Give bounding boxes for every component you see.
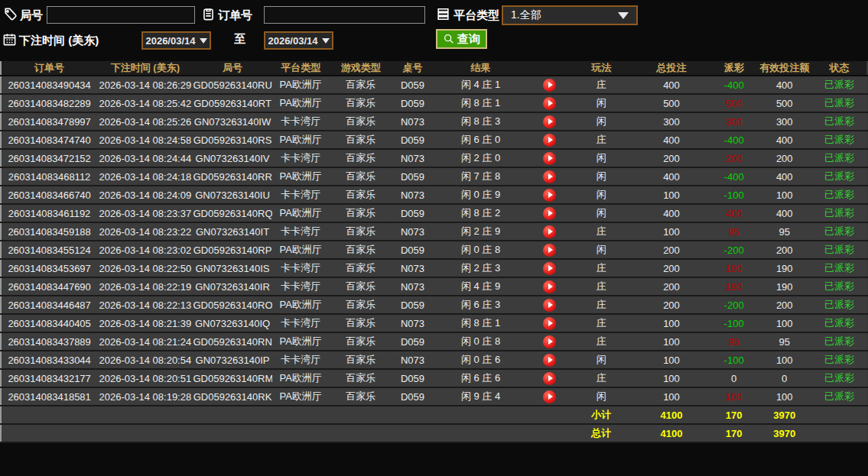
cell-payout: 400 bbox=[711, 204, 757, 222]
cell-result: 闲 0 庄 9 bbox=[433, 186, 528, 204]
cell-order-no: 260314083447690 bbox=[1, 277, 97, 296]
cell-order-no: 260314083418581 bbox=[1, 387, 97, 406]
cell-platform-type: PA欧洲厅 bbox=[272, 296, 330, 314]
cell-order-no: 260314083453697 bbox=[1, 259, 97, 277]
cell-table-no: D059 bbox=[392, 387, 433, 406]
cell-round-no: GD059263140RR bbox=[193, 167, 271, 186]
cell-valid-bet: 190 bbox=[757, 277, 812, 296]
cell-bet-option: 闲 bbox=[571, 351, 632, 369]
order-no-input[interactable] bbox=[264, 6, 425, 24]
cell-payout: -100 bbox=[711, 351, 757, 369]
play-icon bbox=[548, 173, 553, 180]
cell-order-no: 260314083433044 bbox=[1, 351, 97, 369]
col-header-valid-bet: 有效投注额 bbox=[757, 61, 812, 76]
cell-round-no: GD059263140RS bbox=[193, 131, 271, 149]
cell-valid-bet: 200 bbox=[757, 296, 812, 314]
play-video-button[interactable] bbox=[543, 390, 556, 403]
cell-bet-option: 庄 bbox=[571, 76, 632, 94]
cell-order-no: 260314083490434 bbox=[1, 76, 97, 94]
cell-total-bet: 100 bbox=[632, 351, 710, 369]
cell-status: 已派彩 bbox=[812, 94, 867, 112]
platform-type-select[interactable]: 1.全部 bbox=[502, 5, 638, 25]
cell-total-bet: 500 bbox=[632, 94, 710, 112]
play-icon bbox=[548, 155, 553, 161]
play-video-button[interactable] bbox=[543, 115, 556, 128]
cell-video bbox=[528, 369, 571, 387]
cell-table-no: N073 bbox=[392, 186, 433, 204]
play-icon bbox=[548, 118, 553, 125]
play-video-button[interactable] bbox=[543, 354, 556, 367]
cell-order-no: 260314083432177 bbox=[1, 369, 97, 387]
cell-table-no: D059 bbox=[392, 296, 433, 314]
play-icon bbox=[548, 375, 553, 381]
cell-table-no: D059 bbox=[392, 332, 433, 351]
play-video-button[interactable] bbox=[543, 244, 556, 257]
play-video-button[interactable] bbox=[543, 152, 556, 165]
cell-valid-bet: 400 bbox=[757, 167, 812, 186]
grand-total-cell-platform-type bbox=[272, 424, 330, 442]
cell-valid-bet: 95 bbox=[757, 332, 812, 351]
cell-platform-type: 卡卡湾厅 bbox=[272, 259, 330, 277]
cell-platform-type: 卡卡湾厅 bbox=[272, 351, 330, 369]
cell-round-no: GD059263140RM bbox=[193, 369, 271, 387]
date-to-picker[interactable]: 2026/03/14 bbox=[264, 31, 333, 50]
cell-bet-time: 2026-03-14 08:20:51 bbox=[97, 369, 193, 387]
play-video-button[interactable] bbox=[543, 189, 556, 202]
subtotal-cell-video bbox=[528, 406, 571, 424]
cell-result: 闲 8 庄 1 bbox=[433, 94, 528, 112]
play-video-button[interactable] bbox=[543, 207, 556, 220]
table-row: 2603140834321772026-03-14 08:20:51GD0592… bbox=[1, 369, 867, 387]
cell-game-type: 百家乐 bbox=[330, 332, 392, 351]
play-video-button[interactable] bbox=[543, 299, 556, 312]
cell-total-bet: 200 bbox=[632, 259, 710, 277]
cell-table-no: D059 bbox=[392, 94, 433, 112]
table-row: 2603140834904342026-03-14 08:26:29GD0592… bbox=[1, 76, 867, 94]
cell-bet-time: 2026-03-14 08:21:24 bbox=[97, 332, 193, 351]
play-video-button[interactable] bbox=[543, 317, 556, 330]
cell-video bbox=[528, 186, 571, 204]
cell-bet-option: 闲 bbox=[571, 112, 632, 131]
play-video-button[interactable] bbox=[543, 280, 556, 293]
cell-status: 已派彩 bbox=[812, 351, 867, 369]
col-header-payout: 派彩 bbox=[711, 61, 757, 76]
play-video-button[interactable] bbox=[543, 335, 556, 348]
cell-valid-bet: 400 bbox=[757, 204, 812, 222]
cell-payout: -400 bbox=[711, 131, 757, 149]
cell-video bbox=[528, 76, 571, 94]
round-no-label: 局号 bbox=[20, 8, 43, 23]
cell-total-bet: 200 bbox=[632, 149, 710, 167]
play-video-button[interactable] bbox=[543, 97, 556, 110]
cell-round-no: GN073263140IW bbox=[193, 112, 271, 131]
cell-valid-bet: 100 bbox=[757, 387, 812, 406]
cell-bet-option: 庄 bbox=[571, 314, 632, 332]
cell-game-type: 百家乐 bbox=[330, 112, 392, 131]
table-row: 2603140834681122026-03-14 08:24:18GD0592… bbox=[1, 167, 867, 186]
play-video-button[interactable] bbox=[543, 79, 556, 92]
search-button[interactable]: 查询 bbox=[436, 29, 487, 49]
cell-result: 闲 8 庄 2 bbox=[433, 204, 528, 222]
cell-game-type: 百家乐 bbox=[330, 351, 392, 369]
play-video-button[interactable] bbox=[543, 134, 556, 147]
cell-bet-option: 闲 bbox=[571, 94, 632, 112]
round-no-input[interactable] bbox=[47, 6, 195, 24]
cell-platform-type: PA欧洲厅 bbox=[272, 204, 330, 222]
cell-video bbox=[528, 259, 571, 277]
cell-result: 闲 2 庄 9 bbox=[433, 222, 528, 241]
play-video-button[interactable] bbox=[543, 262, 556, 275]
cell-bet-time: 2026-03-14 08:22:50 bbox=[97, 259, 193, 277]
cell-game-type: 百家乐 bbox=[330, 149, 392, 167]
play-icon bbox=[548, 82, 553, 88]
cell-total-bet: 200 bbox=[632, 296, 710, 314]
table-row: 2603140834378892026-03-14 08:21:24GD0592… bbox=[1, 332, 867, 351]
cell-result: 闲 2 庄 0 bbox=[433, 149, 528, 167]
play-video-button[interactable] bbox=[543, 372, 556, 385]
play-video-button[interactable] bbox=[543, 225, 556, 238]
date-from-picker[interactable]: 2026/03/14 bbox=[141, 31, 211, 50]
cell-bet-option: 闲 bbox=[571, 204, 632, 222]
cell-table-no: N073 bbox=[392, 351, 433, 369]
cell-table-no: N073 bbox=[392, 222, 433, 241]
play-icon bbox=[548, 228, 553, 235]
play-icon bbox=[548, 265, 553, 271]
play-video-button[interactable] bbox=[543, 170, 556, 183]
cell-platform-type: PA欧洲厅 bbox=[272, 387, 330, 406]
